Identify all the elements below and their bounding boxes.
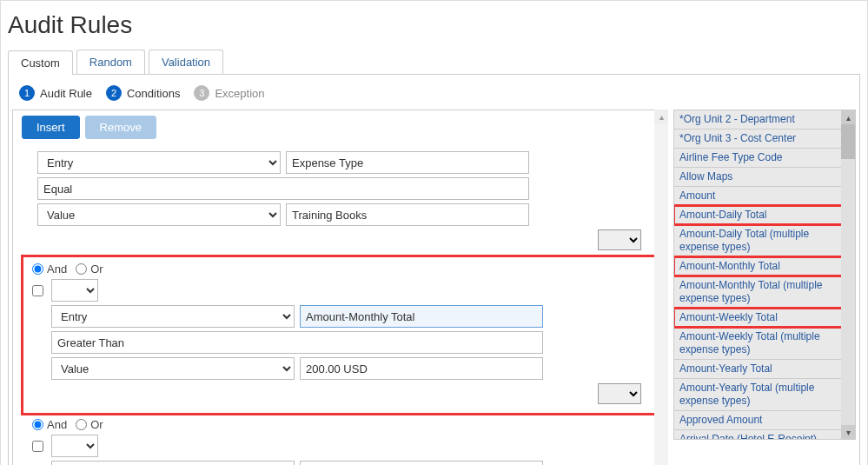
field-option[interactable]: Amount-Weekly Total [674, 309, 855, 328]
or-radio[interactable] [76, 263, 87, 275]
conditions-scrollbar[interactable]: ▴ ▾ [654, 110, 668, 465]
tab-random[interactable]: Random [76, 50, 145, 74]
field-option[interactable]: Amount [674, 187, 855, 206]
wizard-steps: 1Audit Rule2Conditions3Exception [12, 82, 856, 110]
and-radio[interactable] [32, 419, 43, 430]
scroll-thumb[interactable] [841, 124, 855, 159]
condition-block: EntryValue [17, 144, 664, 256]
condition-block: AndOrEntryValue [23, 257, 657, 413]
paren-select[interactable] [51, 435, 98, 457]
field-option[interactable]: Approved Amount [674, 411, 855, 430]
tab-bar: CustomRandomValidation [8, 50, 860, 75]
source-select[interactable]: Entry [51, 305, 295, 328]
step-label: Audit Rule [40, 87, 92, 100]
wizard-step-audit-rule[interactable]: 1Audit Rule [19, 85, 92, 101]
or-radio-label[interactable]: Or [76, 262, 103, 276]
operator-input[interactable] [37, 177, 529, 200]
field-option[interactable]: Amount-Daily Total (multiple expense typ… [674, 225, 855, 257]
field-option[interactable]: Arrival Date (Hotel E-Receipt) [674, 430, 855, 440]
tab-custom[interactable]: Custom [8, 50, 73, 75]
page-title: Audit Rules [8, 11, 860, 39]
value-source-select[interactable]: Value [37, 203, 281, 226]
value-input[interactable] [286, 203, 529, 226]
field-option[interactable]: Amount-Yearly Total [674, 360, 855, 379]
paren-select[interactable] [51, 279, 98, 302]
field-list: *Org Unit 2 - Department*Org Unit 3 - Co… [674, 110, 855, 440]
paren-close-select[interactable] [598, 383, 641, 404]
operator-input[interactable] [51, 331, 543, 354]
condition-checkbox[interactable] [32, 441, 43, 452]
and-or-group: AndOr [32, 418, 648, 431]
field-option[interactable]: Amount-Daily Total [674, 206, 855, 225]
step-number: 1 [19, 85, 35, 101]
field-option[interactable]: Amount-Monthly Total (multiple expense t… [674, 276, 855, 309]
scroll-up-icon[interactable]: ▴ [654, 110, 668, 123]
source-select[interactable]: Entry [51, 461, 295, 465]
source-select[interactable]: Entry [37, 151, 281, 174]
condition-block: AndOrEntry [17, 415, 664, 465]
field-option[interactable]: Allow Maps [674, 168, 855, 187]
step-label: Conditions [127, 87, 180, 100]
field-option[interactable]: Amount-Monthly Total [674, 257, 855, 276]
field-input[interactable] [300, 461, 543, 465]
field-input[interactable] [286, 151, 529, 174]
wizard-step-exception[interactable]: 3Exception [194, 85, 264, 101]
field-option[interactable]: Airline Fee Type Code [674, 149, 855, 168]
and-radio-label[interactable]: And [32, 418, 67, 431]
wizard-step-conditions[interactable]: 2Conditions [106, 85, 180, 101]
paren-close-select[interactable] [598, 229, 641, 250]
step-number: 2 [106, 85, 122, 101]
or-radio[interactable] [76, 419, 87, 430]
value-source-select[interactable]: Value [51, 357, 295, 380]
and-radio-label[interactable]: And [32, 262, 67, 276]
step-number: 3 [194, 85, 209, 101]
conditions-panel: Insert Remove EntryValueAndOrEntryValueA… [12, 110, 668, 465]
field-input[interactable] [300, 305, 543, 328]
step-label: Exception [215, 87, 264, 100]
remove-button: Remove [85, 116, 156, 139]
scroll-up-icon[interactable]: ▴ [841, 110, 855, 124]
toolbar: Insert Remove [17, 116, 664, 139]
field-option[interactable]: *Org Unit 3 - Cost Center [674, 130, 855, 149]
value-input[interactable] [300, 357, 543, 380]
condition-checkbox[interactable] [32, 285, 43, 296]
insert-button[interactable]: Insert [22, 116, 80, 139]
and-radio[interactable] [32, 263, 43, 275]
field-option[interactable]: Amount-Yearly Total (multiple expense ty… [674, 379, 855, 411]
tab-validation[interactable]: Validation [149, 50, 223, 74]
and-or-group: AndOr [32, 262, 648, 276]
field-option[interactable]: *Org Unit 2 - Department [674, 110, 855, 130]
or-radio-label[interactable]: Or [76, 418, 103, 431]
field-picker-panel: *Org Unit 2 - Department*Org Unit 3 - Co… [673, 110, 856, 440]
scroll-down-icon[interactable]: ▾ [841, 425, 855, 439]
field-list-scrollbar[interactable]: ▴ ▾ [841, 110, 855, 439]
field-option[interactable]: Amount-Weekly Total (multiple expense ty… [674, 328, 855, 360]
